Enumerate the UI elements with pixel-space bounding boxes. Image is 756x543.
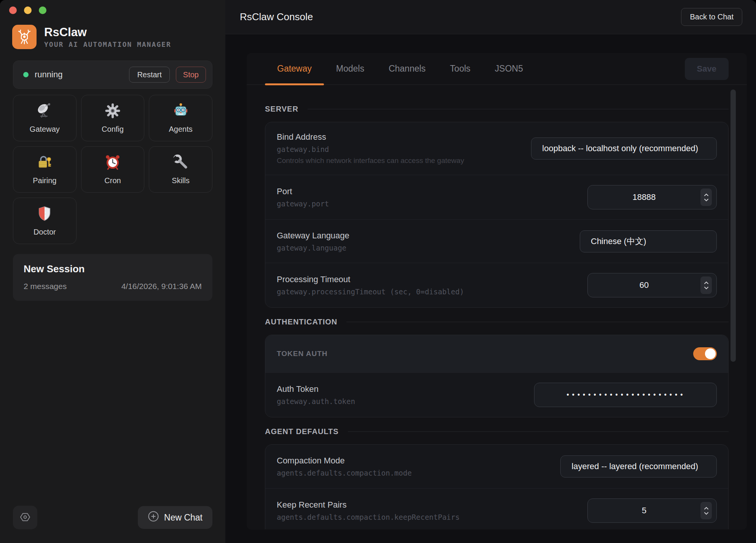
feature-label: Gateway bbox=[30, 125, 60, 134]
running-status-dot bbox=[23, 72, 29, 77]
keep-recent-pairs-input[interactable]: 5 bbox=[587, 498, 717, 523]
feature-cron[interactable]: Cron bbox=[81, 146, 145, 193]
token-auth-row: TOKEN AUTH bbox=[265, 335, 728, 372]
compaction-mode-select[interactable]: layered -- layered (recommended) bbox=[560, 455, 717, 478]
tab-bar: Gateway Models Channels Tools JSON5 Save bbox=[247, 53, 747, 85]
setting-label: Compaction Mode bbox=[277, 456, 412, 466]
stop-button[interactable]: Stop bbox=[176, 67, 206, 83]
tab-channels[interactable]: Channels bbox=[376, 53, 438, 85]
session-title: New Session bbox=[24, 263, 202, 275]
console-topbar: RsClaw Console Back to Chat bbox=[225, 0, 756, 34]
feature-pairing[interactable]: Pairing bbox=[13, 146, 77, 193]
back-to-chat-button[interactable]: Back to Chat bbox=[681, 8, 742, 26]
satellite-dish-icon bbox=[36, 102, 53, 121]
agent-defaults-card: Compaction Mode agents.defaults.compacti… bbox=[265, 444, 729, 529]
setting-label: Bind Address bbox=[277, 132, 464, 142]
port-stepper[interactable] bbox=[700, 188, 712, 206]
timeout-value: 60 bbox=[588, 280, 700, 290]
section-title-server: SERVER bbox=[265, 105, 298, 113]
tab-gateway[interactable]: Gateway bbox=[265, 53, 324, 85]
settings-button[interactable] bbox=[13, 506, 37, 529]
setting-label: Keep Recent Pairs bbox=[277, 500, 459, 510]
app-window: RsClaw YOUR AI AUTOMATION MANAGER runnin… bbox=[0, 0, 756, 543]
feature-gateway[interactable]: Gateway bbox=[13, 95, 77, 141]
scrollbar-thumb[interactable] bbox=[730, 89, 736, 362]
feature-grid: Gateway Confi bbox=[13, 95, 212, 244]
auth-token-input[interactable]: •••••••••••••••••••••• bbox=[534, 383, 717, 407]
feature-label: Cron bbox=[104, 176, 121, 185]
feature-skills[interactable]: Skills bbox=[149, 146, 212, 193]
timeout-stepper[interactable] bbox=[700, 276, 712, 294]
gear-icon bbox=[104, 102, 121, 121]
restart-button[interactable]: Restart bbox=[129, 67, 169, 83]
setting-config-path: gateway.bind bbox=[277, 145, 464, 153]
feature-doctor[interactable]: Doctor bbox=[13, 198, 77, 244]
setting-label: Auth Token bbox=[277, 384, 355, 394]
tab-json5[interactable]: JSON5 bbox=[483, 53, 535, 85]
setting-description: Controls which network interfaces can ac… bbox=[277, 157, 464, 165]
sidebar: RsClaw YOUR AI AUTOMATION MANAGER runnin… bbox=[0, 0, 225, 543]
authentication-card: TOKEN AUTH Auth Token gateway.auth.token… bbox=[265, 335, 729, 417]
alarm-clock-icon bbox=[104, 154, 121, 172]
settings-scroll-area: SERVER Bind Address gateway.bind Control… bbox=[247, 85, 747, 529]
setting-row-gateway-language: Gateway Language gateway.language Chines… bbox=[265, 219, 728, 263]
feature-label: Agents bbox=[169, 125, 193, 134]
chevron-down-icon bbox=[704, 512, 709, 515]
server-settings-card: Bind Address gateway.bind Controls which… bbox=[265, 122, 729, 308]
robot-icon bbox=[172, 102, 189, 121]
port-value: 18888 bbox=[588, 192, 700, 202]
chevron-down-icon bbox=[704, 286, 709, 289]
plus-circle-icon bbox=[148, 511, 159, 524]
settings-hexagon-icon bbox=[19, 511, 31, 524]
zoom-window-button[interactable] bbox=[39, 6, 46, 14]
chevron-down-icon bbox=[704, 198, 709, 201]
gateway-status-card: running Restart Stop bbox=[13, 61, 212, 89]
feature-label: Config bbox=[102, 125, 124, 134]
section-title-authentication: AUTHENTICATION bbox=[265, 318, 337, 326]
shield-icon bbox=[36, 205, 53, 224]
feature-label: Skills bbox=[172, 176, 190, 185]
setting-row-compaction-mode: Compaction Mode agents.defaults.compacti… bbox=[265, 445, 728, 488]
tab-models[interactable]: Models bbox=[324, 53, 376, 85]
chevron-up-icon bbox=[704, 507, 709, 510]
chevron-up-icon bbox=[704, 193, 709, 196]
keep-recent-stepper[interactable] bbox=[700, 502, 712, 519]
console-panel: Gateway Models Channels Tools JSON5 Save… bbox=[247, 53, 747, 530]
gateway-language-select[interactable]: Chinese (中文) bbox=[580, 230, 717, 252]
setting-config-path: gateway.auth.token bbox=[277, 397, 355, 406]
minimize-window-button[interactable] bbox=[24, 6, 32, 14]
setting-config-path: gateway.processingTimeout (sec, 0=disabl… bbox=[277, 287, 464, 296]
new-chat-button[interactable]: New Chat bbox=[138, 506, 212, 529]
status-text: running bbox=[35, 70, 62, 80]
setting-config-path: agents.defaults.compaction.mode bbox=[277, 469, 412, 477]
feature-config[interactable]: Config bbox=[81, 95, 145, 141]
feature-label: Doctor bbox=[33, 228, 56, 236]
port-number-input[interactable]: 18888 bbox=[587, 185, 717, 209]
section-title-agent-defaults: AGENT DEFAULTS bbox=[265, 427, 339, 436]
setting-row-port: Port gateway.port 18888 bbox=[265, 175, 728, 219]
processing-timeout-input[interactable]: 60 bbox=[587, 273, 717, 297]
setting-row-processing-timeout: Processing Timeout gateway.processingTim… bbox=[265, 263, 728, 307]
claw-robot-icon bbox=[12, 25, 37, 49]
close-window-button[interactable] bbox=[9, 6, 17, 14]
chevron-up-icon bbox=[704, 281, 709, 284]
session-list-item[interactable]: New Session 2 messages 4/16/2026, 9:01:3… bbox=[13, 254, 212, 301]
window-controls bbox=[0, 0, 225, 14]
tab-tools[interactable]: Tools bbox=[438, 53, 483, 85]
setting-row-bind-address: Bind Address gateway.bind Controls which… bbox=[265, 122, 728, 175]
token-auth-label: TOKEN AUTH bbox=[277, 350, 328, 358]
token-auth-toggle[interactable] bbox=[693, 347, 717, 360]
session-message-count: 2 messages bbox=[24, 282, 67, 291]
feature-agents[interactable]: Agents bbox=[149, 95, 212, 141]
bind-address-select[interactable]: loopback -- localhost only (recommended) bbox=[531, 137, 717, 160]
wrench-icon bbox=[172, 154, 189, 172]
setting-row-keep-recent-pairs: Keep Recent Pairs agents.defaults.compac… bbox=[265, 488, 728, 529]
app-tagline: YOUR AI AUTOMATION MANAGER bbox=[44, 40, 171, 48]
page-title: RsClaw Console bbox=[240, 11, 313, 23]
save-button[interactable]: Save bbox=[685, 58, 729, 80]
setting-row-auth-token: Auth Token gateway.auth.token ••••••••••… bbox=[265, 372, 728, 417]
setting-label: Gateway Language bbox=[277, 231, 349, 241]
main-area: RsClaw Console Back to Chat Gateway Mode… bbox=[225, 0, 756, 543]
setting-config-path: gateway.language bbox=[277, 244, 349, 252]
setting-config-path: agents.defaults.compaction.keepRecentPai… bbox=[277, 513, 459, 521]
